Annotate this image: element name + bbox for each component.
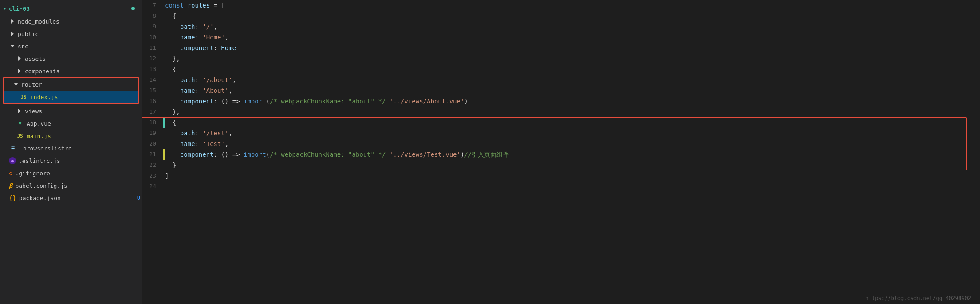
app-vue-label: App.vue <box>27 120 51 127</box>
router-label: router <box>21 81 42 88</box>
code-line-24 <box>165 181 980 192</box>
untracked-badge: U <box>137 195 140 201</box>
chevron-right-icon <box>9 18 16 25</box>
chevron-right-icon <box>16 67 23 75</box>
router-highlight-box: router JS index.js <box>3 77 139 104</box>
sidebar-item-node-modules[interactable]: node_modules <box>0 15 142 28</box>
code-editor: 7 8 9 10 11 12 13 14 15 16 17 18 19 20 2… <box>142 0 980 304</box>
code-line-18: { <box>165 117 980 128</box>
sidebar-item-app-vue[interactable]: ▼ App.vue <box>0 117 142 130</box>
sidebar-item-main-js[interactable]: JS main.js <box>0 130 142 142</box>
sidebar-item-router[interactable]: router <box>4 78 138 91</box>
code-line-7: const routes = [ <box>165 0 980 11</box>
ln-7: 7 <box>142 0 160 11</box>
chevron-down-icon <box>9 43 16 50</box>
code-line-16: component: () => import(/* webpackChunkN… <box>165 96 980 107</box>
babel-label: babel.config.js <box>15 182 67 189</box>
assets-label: assets <box>25 55 46 62</box>
url-bar: https://blog.csdn.net/qq_40298902 <box>866 295 971 301</box>
sidebar-item-eslintrc[interactable]: ● .eslintrc.js <box>0 154 142 167</box>
ln-22: 22 <box>142 160 160 170</box>
gitignore-label: .gitignore <box>15 170 50 177</box>
sidebar-item-views[interactable]: views <box>0 105 142 117</box>
public-label: public <box>18 31 39 37</box>
sidebar-item-index-js[interactable]: JS index.js <box>4 91 138 103</box>
red-block-container: { path: '/test', name: 'Test', component… <box>165 117 980 170</box>
ln-16: 16 <box>142 96 160 107</box>
code-line-9: path: '/', <box>165 21 980 32</box>
chevron-right-icon <box>16 107 23 114</box>
code-line-20: name: 'Test', <box>165 138 980 149</box>
ln-15: 15 <box>142 85 160 96</box>
code-line-15: name: 'About', <box>165 85 980 96</box>
ln-12: 12 <box>142 53 160 64</box>
file-explorer: ▾ cli-03 node_modules public src assets … <box>0 0 142 304</box>
url-text: https://blog.csdn.net/qq_40298902 <box>866 295 971 301</box>
code-line-17: }, <box>165 107 980 117</box>
eslintrc-label: .eslintrc.js <box>19 158 60 164</box>
line-numbers: 7 8 9 10 11 12 13 14 15 16 17 18 19 20 2… <box>142 0 165 304</box>
sidebar-item-babel[interactable]: β babel.config.js <box>0 179 142 192</box>
ln-18: 18 <box>142 117 160 128</box>
package-json-label: package.json <box>19 195 61 201</box>
ln-13: 13 <box>142 64 160 75</box>
sidebar-item-browserslistrc[interactable]: ≡ .browserslistrc <box>0 142 142 154</box>
sidebar-item-public[interactable]: public <box>0 28 142 40</box>
browserslistrc-label: .browserslistrc <box>20 145 71 152</box>
chevron-down-icon: ▾ <box>4 6 6 11</box>
code-line-23: ] <box>165 170 980 181</box>
ln-20: 20 <box>142 138 160 149</box>
code-line-19: path: '/test', <box>165 128 980 138</box>
eslint-file-icon: ● <box>9 157 16 164</box>
views-label: views <box>25 108 42 114</box>
index-js-label: index.js <box>30 94 58 100</box>
editor-content: 7 8 9 10 11 12 13 14 15 16 17 18 19 20 2… <box>142 0 980 304</box>
code-line-14: path: '/about', <box>165 75 980 85</box>
code-line-12: }, <box>165 53 980 64</box>
root-folder-label: cli-03 <box>9 5 30 12</box>
ln-21: 21 <box>142 149 160 160</box>
main-js-label: main.js <box>27 133 51 139</box>
git-file-icon: ◇ <box>9 170 12 177</box>
status-dot <box>131 7 135 10</box>
code-line-8: { <box>165 11 980 21</box>
code-line-21: component: () => import(/* webpackChunkN… <box>165 149 980 160</box>
sidebar-item-assets[interactable]: assets <box>0 52 142 65</box>
node-modules-label: node_modules <box>18 18 59 25</box>
vue-file-icon: ▼ <box>16 119 24 127</box>
sidebar-item-package-json[interactable]: {} package.json U <box>0 192 142 204</box>
components-label: components <box>25 68 59 75</box>
code-line-13: { <box>165 64 980 75</box>
json-file-icon: {} <box>9 194 16 201</box>
ln-19: 19 <box>142 128 160 138</box>
root-folder[interactable]: ▾ cli-03 <box>0 2 142 15</box>
browser-file-icon: ≡ <box>9 144 17 152</box>
sidebar-item-src[interactable]: src <box>0 40 142 52</box>
ln-9: 9 <box>142 21 160 32</box>
code-content[interactable]: const routes = [ { path: '/', name: 'Hom… <box>165 0 980 304</box>
code-line-11: component: Home <box>165 43 980 53</box>
chevron-right-icon <box>16 55 23 62</box>
ln-14: 14 <box>142 75 160 85</box>
ln-10: 10 <box>142 32 160 43</box>
code-line-10: name: 'Home', <box>165 32 980 43</box>
ln-17: 17 <box>142 107 160 117</box>
sidebar-item-components[interactable]: components <box>0 65 142 77</box>
ln-23: 23 <box>142 170 160 181</box>
js-file-icon-main: JS <box>16 132 24 140</box>
chevron-down-icon <box>12 81 20 88</box>
ln-24: 24 <box>142 181 160 192</box>
chevron-right-icon <box>9 30 16 37</box>
js-file-icon: JS <box>20 93 28 101</box>
babel-file-icon: β <box>9 182 12 189</box>
ln-8: 8 <box>142 11 160 21</box>
src-label: src <box>18 43 28 50</box>
ln-11: 11 <box>142 43 160 53</box>
code-line-22: } <box>165 160 980 170</box>
sidebar-item-gitignore[interactable]: ◇ .gitignore <box>0 167 142 179</box>
